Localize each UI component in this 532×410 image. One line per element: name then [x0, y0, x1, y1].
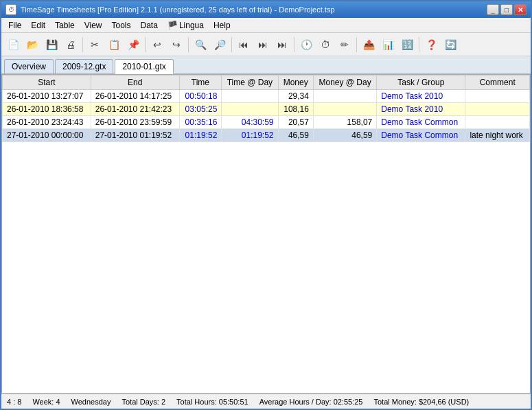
col-header-time: Time	[179, 76, 222, 90]
table-cell: 158,07	[313, 116, 376, 129]
status-total-money: Total Money: $204,66 (USD)	[373, 398, 469, 406]
save-button[interactable]: 💾	[43, 36, 60, 54]
minimize-button[interactable]: _	[487, 4, 499, 15]
table-cell	[313, 90, 376, 103]
menu-edit[interactable]: Edit	[27, 19, 49, 32]
maximize-button[interactable]: □	[500, 4, 513, 15]
toolbar-sep-2	[145, 37, 146, 52]
col-header-start: Start	[3, 76, 91, 90]
open-button[interactable]: 📂	[23, 36, 41, 54]
table-cell	[465, 116, 530, 129]
edit-button[interactable]: ✏	[336, 36, 354, 54]
table-cell: 01:19:52	[179, 129, 222, 142]
table-cell: 01:19:52	[222, 129, 278, 142]
main-content: Start End Time Time @ Day Money Money @ …	[1, 74, 531, 394]
table-cell: 26-01-2010 18:36:58	[3, 103, 91, 116]
menu-view[interactable]: View	[80, 19, 106, 32]
next-record-button[interactable]: ⏭	[254, 36, 272, 54]
table-cell: 46,59	[278, 129, 313, 142]
cut-button[interactable]: ✂	[86, 36, 104, 54]
col-header-end: End	[91, 76, 179, 90]
col-header-money-at-day: Money @ Day	[313, 76, 376, 90]
table-cell	[313, 103, 376, 116]
table-cell: 03:05:25	[179, 103, 222, 116]
timesheet-table: Start End Time Time @ Day Money Money @ …	[2, 75, 530, 142]
table-cell: 27-01-2010 01:19:52	[91, 129, 179, 142]
calculator-button[interactable]: 🔢	[398, 36, 416, 54]
table-cell: 26-01-2010 13:27:07	[3, 90, 91, 103]
window-title: TimeSage Timesheets [Pro Edition] 2.1.1 …	[21, 5, 335, 14]
toolbar-sep-3	[188, 37, 189, 52]
col-header-time-at-day: Time @ Day	[222, 76, 278, 90]
table-cell: 00:50:18	[179, 90, 222, 103]
table-cell: 26-01-2010 23:24:43	[3, 116, 91, 129]
table-row[interactable]: 27-01-2010 00:00:0027-01-2010 01:19:5201…	[3, 129, 530, 142]
table-row[interactable]: 26-01-2010 18:36:5826-01-2010 21:42:2303…	[3, 103, 530, 116]
table-cell	[465, 103, 530, 116]
tabs-area: Overview 2009-12.gtx 2010-01.gtx	[1, 56, 531, 74]
status-row-col: 4 : 8	[7, 398, 21, 406]
table-row[interactable]: 26-01-2010 23:24:4326-01-2010 23:59:5900…	[3, 116, 530, 129]
menu-bar: File Edit Table View Tools Data 🏴 Lingua…	[1, 18, 531, 33]
tab-2009-12[interactable]: 2009-12.gtx	[55, 59, 113, 73]
menu-data[interactable]: Data	[137, 19, 162, 32]
menu-lingua[interactable]: 🏴 Lingua	[163, 19, 208, 32]
copy-button[interactable]: 📋	[105, 36, 123, 54]
menu-table[interactable]: Table	[51, 19, 79, 32]
table-cell: 46,59	[313, 129, 376, 142]
col-header-task: Task / Group	[377, 76, 465, 90]
status-avg-hours: Average Hours / Day: 02:55:25	[259, 398, 363, 406]
window-controls: _ □ ✕	[487, 4, 527, 15]
table-cell: 04:30:59	[222, 116, 278, 129]
toolbar-sep-6	[356, 37, 357, 52]
tab-2010-01[interactable]: 2010-01.gtx	[115, 59, 173, 74]
refresh-button[interactable]: 🔄	[441, 36, 459, 54]
status-bar: 4 : 8 Week: 4 Wednesday Total Days: 2 To…	[1, 394, 531, 409]
toolbar-sep-4	[231, 37, 232, 52]
table-cell: Demo Task 2010	[377, 103, 465, 116]
skip-button[interactable]: ⏭	[273, 36, 291, 54]
table-row[interactable]: 26-01-2010 13:27:0726-01-2010 14:17:2500…	[3, 90, 530, 103]
menu-tools[interactable]: Tools	[108, 19, 135, 32]
table-cell: 26-01-2010 14:17:25	[91, 90, 179, 103]
tab-overview[interactable]: Overview	[4, 59, 54, 73]
print-button[interactable]: 🖨	[62, 36, 80, 54]
paste-button[interactable]: 📌	[124, 36, 142, 54]
table-cell: 26-01-2010 21:42:23	[91, 103, 179, 116]
prev-record-button[interactable]: ⏮	[235, 36, 253, 54]
table-cell: Demo Task Common	[377, 116, 465, 129]
main-window: ⏱ TimeSage Timesheets [Pro Edition] 2.1.…	[0, 0, 532, 410]
table-cell: Demo Task 2010	[377, 90, 465, 103]
table-cell	[222, 103, 278, 116]
col-header-comment: Comment	[465, 76, 530, 90]
lingua-flag-icon: 🏴	[167, 21, 178, 30]
table-cell: late night work	[465, 129, 530, 142]
menu-help[interactable]: Help	[209, 19, 235, 32]
find-button[interactable]: 🔍	[192, 36, 209, 54]
undo-button[interactable]: ↩	[148, 36, 166, 54]
toolbar-sep-7	[419, 37, 419, 52]
table-cell	[465, 90, 530, 103]
col-header-money: Money	[278, 76, 313, 90]
table-cell: 20,57	[278, 116, 313, 129]
timer-stop-button[interactable]: ⏱	[316, 36, 334, 54]
toolbar-sep-1	[82, 37, 83, 52]
status-week: Week: 4	[32, 398, 60, 406]
title-bar: ⏱ TimeSage Timesheets [Pro Edition] 2.1.…	[1, 1, 531, 18]
table-cell: 108,16	[278, 103, 313, 116]
export-button[interactable]: 📤	[360, 36, 378, 54]
close-button[interactable]: ✕	[514, 4, 527, 15]
table-cell: 27-01-2010 00:00:00	[3, 129, 91, 142]
table-cell: Demo Task Common	[377, 129, 465, 142]
redo-button[interactable]: ↪	[167, 36, 185, 54]
help-button[interactable]: ❓	[422, 36, 440, 54]
new-file-button[interactable]: 📄	[4, 36, 22, 54]
chart-button[interactable]: 📊	[379, 36, 397, 54]
table-cell: 26-01-2010 23:59:59	[91, 116, 179, 129]
toolbar-sep-5	[294, 37, 294, 52]
toolbar: 📄 📂 💾 🖨 ✂ 📋 📌 ↩ ↪ 🔍 🔎 ⏮ ⏭ ⏭ 🕐 ⏱ ✏ 📤 📊 🔢 …	[1, 33, 531, 56]
timer-start-button[interactable]: 🕐	[297, 36, 315, 54]
menu-file[interactable]: File	[4, 19, 25, 32]
status-total-days: Total Days: 2	[122, 398, 165, 406]
find-next-button[interactable]: 🔎	[211, 36, 229, 54]
